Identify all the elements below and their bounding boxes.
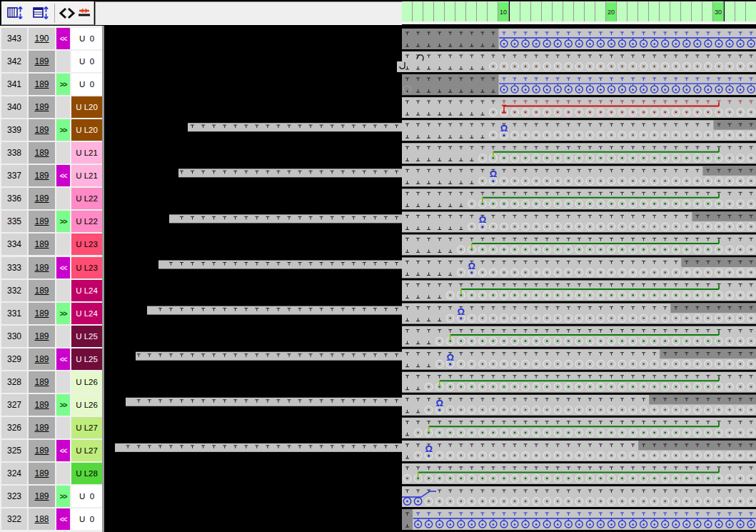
yarn-label-cell[interactable]: U L27 <box>71 440 102 461</box>
row-number[interactable]: 329 <box>1 348 27 370</box>
row-number[interactable]: 341 <box>1 74 27 95</box>
pattern-row[interactable] <box>402 326 756 347</box>
row-number[interactable]: 332 <box>1 280 27 301</box>
ruler-cell[interactable] <box>488 1 498 22</box>
pattern-row[interactable]: Ω <box>126 395 756 416</box>
row-number[interactable]: 326 <box>1 417 27 438</box>
ruler-cell[interactable]: 10 <box>498 1 509 22</box>
row-value-link[interactable]: 189 <box>29 51 55 72</box>
carriage-direction-cell[interactable]: << <box>56 28 70 49</box>
ruler-cell[interactable] <box>649 1 660 22</box>
ruler-cell[interactable] <box>413 1 423 22</box>
ruler-cell[interactable] <box>585 1 595 22</box>
carriage-direction-cell[interactable] <box>56 371 70 393</box>
carriage-direction-cell[interactable] <box>56 463 70 484</box>
pattern-row[interactable] <box>402 418 756 438</box>
row-value-link[interactable]: 189 <box>29 234 55 255</box>
row-number[interactable]: 343 <box>1 28 27 49</box>
yarn-label-cell[interactable]: U L20 <box>71 119 102 141</box>
row-number[interactable]: 331 <box>1 303 27 324</box>
pattern-row[interactable] <box>402 486 756 507</box>
carriage-direction-cell[interactable]: >> <box>56 303 70 324</box>
ruler-cell[interactable] <box>670 1 681 22</box>
row-value-link[interactable]: 189 <box>29 280 55 301</box>
ruler-cell[interactable] <box>574 1 585 22</box>
ruler-cell[interactable] <box>725 1 735 22</box>
carriage-direction-cell[interactable] <box>56 96 70 118</box>
carriage-direction-cell[interactable] <box>56 234 70 255</box>
row-value-link[interactable]: 189 <box>29 257 55 278</box>
ruler-cell[interactable] <box>660 1 670 22</box>
row-number[interactable]: 339 <box>1 119 27 141</box>
row-number[interactable]: 323 <box>1 486 27 507</box>
yarn-label-cell[interactable]: U L27 <box>71 417 102 438</box>
yarn-label-cell[interactable]: U L26 <box>71 394 102 416</box>
yarn-label-cell[interactable]: U L23 <box>71 257 102 278</box>
yarn-label-cell[interactable]: U L26 <box>71 371 102 393</box>
row-number[interactable]: 327 <box>1 394 27 416</box>
pattern-row[interactable]: Ω <box>178 166 756 186</box>
row-value-link[interactable]: 189 <box>29 348 55 370</box>
row-number[interactable]: 340 <box>1 96 27 118</box>
pattern-row[interactable] <box>402 74 756 95</box>
row-value-link[interactable]: 189 <box>29 463 55 484</box>
row-number[interactable]: 324 <box>1 463 27 484</box>
row-number[interactable]: 333 <box>1 257 27 278</box>
yarn-label-cell[interactable]: U L28 <box>71 463 102 484</box>
carriage-direction-cell[interactable]: << <box>56 348 70 370</box>
row-number[interactable]: 342 <box>1 51 27 72</box>
yarn-label-cell[interactable]: U 0 <box>71 486 102 507</box>
ruler-cell[interactable] <box>455 1 466 22</box>
ruler-cell[interactable] <box>510 1 520 22</box>
ruler-cell[interactable] <box>553 1 563 22</box>
ruler-cell[interactable] <box>638 1 649 22</box>
ruler-cell[interactable] <box>434 1 445 22</box>
carriage-direction-cell[interactable]: << <box>56 257 70 278</box>
pattern-row[interactable] <box>402 97 756 118</box>
row-number[interactable]: 322 <box>1 508 27 530</box>
carriage-direction-cell[interactable] <box>56 280 70 301</box>
pattern-row[interactable]: Ω <box>188 120 756 141</box>
pattern-row[interactable] <box>402 281 756 301</box>
pattern-row[interactable]: Ω <box>158 258 756 278</box>
carriage-direction-cell[interactable]: >> <box>56 486 70 507</box>
row-value-link[interactable]: 189 <box>29 211 55 232</box>
carriage-direction-cell[interactable]: >> <box>56 74 70 95</box>
pattern-row[interactable]: Ω <box>136 349 756 370</box>
ruler-cell[interactable] <box>617 1 628 22</box>
ruler-cell[interactable]: 30 <box>713 1 724 22</box>
row-number[interactable]: 325 <box>1 440 27 461</box>
row-value-link[interactable]: 189 <box>29 188 55 209</box>
yarn-label-cell[interactable]: U L24 <box>71 303 102 324</box>
row-number[interactable]: 334 <box>1 234 27 255</box>
yarn-label-cell[interactable]: U L22 <box>71 211 102 232</box>
pattern-row[interactable]: Ω <box>115 441 756 461</box>
row-number[interactable]: 336 <box>1 188 27 209</box>
ruler-cell[interactable] <box>628 1 638 22</box>
pattern-row[interactable]: Ω <box>147 303 756 324</box>
row-value-link[interactable]: 189 <box>29 440 55 461</box>
yarn-label-cell[interactable]: U L21 <box>71 142 102 164</box>
row-value-link[interactable]: 189 <box>29 417 55 438</box>
ruler-cell[interactable] <box>531 1 542 22</box>
row-value-link[interactable]: 190 <box>29 28 55 49</box>
ruler-cell[interactable] <box>735 1 746 22</box>
yarn-label-cell[interactable]: U L22 <box>71 188 102 209</box>
yarn-label-cell[interactable]: U L24 <box>71 280 102 301</box>
row-value-link[interactable]: 189 <box>29 165 55 186</box>
pattern-row[interactable] <box>402 234 756 255</box>
row-value-link[interactable]: 189 <box>29 326 55 347</box>
carriage-direction-cell[interactable]: >> <box>56 211 70 232</box>
row-value-link[interactable]: 189 <box>29 486 55 507</box>
pattern-row[interactable] <box>402 463 756 484</box>
row-number[interactable]: 338 <box>1 142 27 164</box>
row-value-link[interactable]: 189 <box>29 119 55 141</box>
pattern-row[interactable] <box>402 372 756 393</box>
row-value-link[interactable]: 189 <box>29 74 55 95</box>
yarn-label-cell[interactable]: U L20 <box>71 96 102 118</box>
yarn-label-cell[interactable]: U L21 <box>71 165 102 186</box>
yarn-label-cell[interactable]: U L25 <box>71 326 102 347</box>
ruler-cell[interactable] <box>563 1 574 22</box>
pattern-row[interactable] <box>397 51 756 72</box>
pattern-row[interactable] <box>402 29 756 49</box>
